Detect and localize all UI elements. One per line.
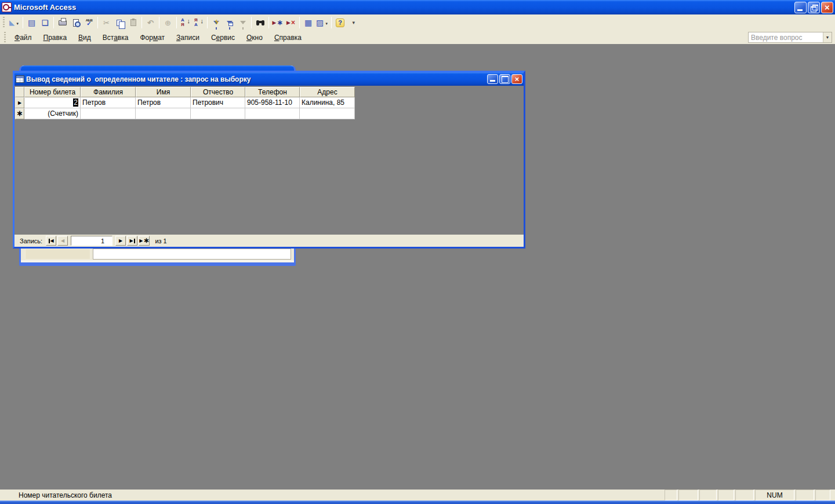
find-button[interactable] (253, 16, 267, 29)
filter-by-form-button[interactable] (223, 16, 236, 29)
toolbar (0, 14, 835, 31)
help-icon (336, 19, 344, 27)
cell-empty[interactable] (245, 108, 300, 119)
cell-otchestvo[interactable]: Петрович (191, 97, 245, 108)
app-title: Microsoft Access (14, 3, 76, 12)
cell-empty[interactable] (81, 108, 136, 119)
menubar-grip[interactable] (4, 32, 6, 43)
new-record-icon (273, 19, 283, 26)
header-row: Номер билета Фамилия Имя Отчество Телефо… (15, 87, 355, 97)
save-button[interactable] (25, 16, 38, 29)
status-panel (796, 490, 814, 501)
cell-counter[interactable]: (Счетчик) (24, 108, 81, 119)
query-datasheet-icon (16, 75, 24, 83)
copy-button[interactable] (113, 16, 126, 29)
form-text-input-box[interactable] (93, 249, 291, 260)
sort-descending-button[interactable] (192, 16, 205, 29)
menu-format[interactable]: Формат (134, 32, 170, 43)
cell-imya[interactable]: Петров (136, 97, 191, 108)
file-search-button[interactable] (38, 16, 52, 29)
column-header[interactable]: Адрес (300, 87, 355, 97)
question-box (748, 32, 832, 43)
taskbar-edge (0, 501, 835, 504)
hyperlink-icon (165, 19, 171, 27)
minimize-button[interactable] (794, 2, 807, 13)
chevron-down-icon (324, 19, 328, 27)
first-record-button[interactable]: ◀ (46, 236, 56, 246)
toolbar-separator (141, 17, 142, 28)
form-field-label-box (25, 249, 90, 260)
toolbar-options-button[interactable] (347, 16, 360, 29)
column-header[interactable]: Номер билета (24, 87, 81, 97)
question-input[interactable] (749, 32, 823, 42)
next-record-button[interactable]: ▶ (115, 236, 126, 246)
cell-telefon[interactable]: 905-958-11-10 (245, 97, 300, 108)
cell-empty[interactable] (136, 108, 191, 119)
spelling-icon (86, 19, 92, 27)
menubar: Файл Правка Вид Вставка Формат Записи Се… (0, 31, 835, 44)
menu-help[interactable]: Справка (268, 32, 307, 43)
question-dropdown-button[interactable] (823, 32, 832, 42)
status-panel (735, 490, 754, 501)
query-minimize-button[interactable] (487, 74, 498, 84)
undo-icon (147, 19, 154, 27)
new-row-selector[interactable]: ∗ (15, 108, 24, 119)
status-panel (699, 490, 717, 501)
menu-insert[interactable]: Вставка (97, 32, 135, 43)
new-record-button[interactable] (271, 16, 284, 29)
record-number-input[interactable] (71, 236, 112, 246)
record-navigation-bar: Запись: ◀ ◀ ▶ ▶ ▶ из 1 (14, 235, 524, 247)
query-close-button[interactable] (511, 74, 522, 84)
column-header[interactable]: Имя (136, 87, 191, 97)
sort-ascending-button[interactable] (179, 16, 192, 29)
app-titlebar[interactable]: Microsoft Access (0, 0, 835, 14)
save-icon (28, 19, 35, 27)
new-object-button[interactable] (315, 16, 329, 29)
form-window-bottom-edge (21, 260, 294, 262)
select-all-corner[interactable] (15, 87, 24, 97)
toolbar-grip[interactable] (3, 17, 5, 28)
new-record-nav-button[interactable]: ▶ (139, 236, 150, 246)
current-row-selector[interactable]: ▶ (15, 97, 24, 108)
cell-empty[interactable] (300, 108, 355, 119)
restore-button[interactable] (808, 2, 820, 13)
toolbar-separator (331, 17, 332, 28)
cell-nomer-bileta[interactable]: 2 (24, 97, 81, 108)
filter-by-selection-button[interactable] (209, 16, 223, 29)
column-header[interactable]: Телефон (245, 87, 300, 97)
database-window-button[interactable] (302, 16, 315, 29)
new-object-icon (316, 19, 324, 27)
print-icon (59, 20, 67, 25)
paste-icon (130, 19, 136, 26)
column-header[interactable]: Фамилия (81, 87, 136, 97)
new-record-row: ∗ (Счетчик) (15, 108, 355, 119)
query-window-body: Номер билета Фамилия Имя Отчество Телефо… (14, 86, 524, 235)
menu-tools[interactable]: Сервис (205, 32, 241, 43)
print-button[interactable] (56, 16, 69, 29)
last-record-button[interactable]: ▶ (127, 236, 137, 246)
menu-view[interactable]: Вид (72, 32, 97, 43)
toolbar-separator (299, 17, 300, 28)
workspace: Вывод сведений о определенном читателе :… (0, 44, 835, 490)
help-button[interactable] (333, 16, 347, 29)
record-nav-label: Запись: (20, 238, 42, 244)
menu-window[interactable]: Окно (241, 32, 268, 43)
spelling-button[interactable] (82, 16, 96, 29)
cell-adres[interactable]: Калинина, 85 (300, 97, 355, 108)
form-grid-icon (228, 22, 233, 26)
database-window-icon (304, 19, 312, 27)
cell-familia[interactable]: Петров (81, 97, 136, 108)
filter-by-form-icon (227, 21, 233, 24)
query-window-titlebar[interactable]: Вывод сведений о определенном читателе :… (14, 72, 524, 86)
view-design-button[interactable] (8, 16, 21, 29)
menu-edit[interactable]: Правка (38, 32, 73, 43)
menu-records[interactable]: Записи (170, 32, 205, 43)
print-preview-button[interactable] (69, 16, 82, 29)
query-maximize-button[interactable] (499, 74, 510, 84)
column-header[interactable]: Отчество (191, 87, 245, 97)
menu-file[interactable]: Файл (9, 32, 38, 43)
toolbar-separator (268, 17, 269, 28)
cell-empty[interactable] (191, 108, 245, 119)
delete-record-button[interactable] (284, 16, 297, 29)
close-button[interactable] (821, 2, 833, 13)
